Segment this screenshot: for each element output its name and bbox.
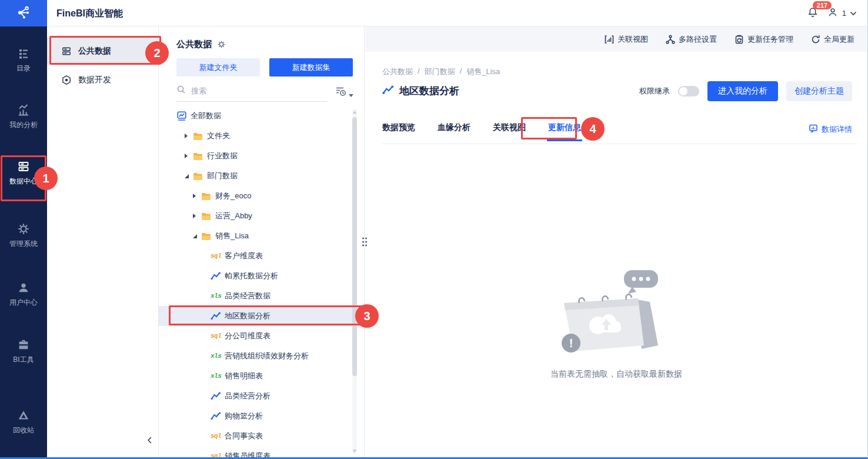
- toolbar-item-label: 关联视图: [617, 34, 648, 45]
- tree-node-folder[interactable]: 行业数据: [159, 146, 364, 166]
- tree-node-chart[interactable]: 帕累托数据分析: [159, 266, 364, 286]
- tree-node-folder[interactable]: 销售_Lisa: [159, 226, 364, 246]
- tab-关联视图[interactable]: 关联视图: [493, 122, 526, 142]
- tree-node-chart[interactable]: 购物篮分析: [159, 406, 364, 426]
- toolbar-item-label: 多路径设置: [679, 34, 717, 45]
- tree-node-root[interactable]: 全部数据: [159, 106, 364, 126]
- toolbar-item-label: 全局更新: [824, 34, 854, 45]
- svg-text:!: !: [569, 337, 573, 350]
- tree-panel-title: 公共数据: [176, 39, 212, 50]
- tree-node-chart[interactable]: 地区数据分析: [159, 306, 364, 326]
- new-dataset-button[interactable]: 新建数据集: [269, 58, 353, 76]
- sidebar-item-user-center[interactable]: 用户中心: [0, 281, 47, 308]
- sidebar-item-my-analysis[interactable]: 我的分析: [0, 104, 47, 130]
- tree-node-label: 销售明细表: [225, 371, 263, 381]
- sidebar-item-bi-tools[interactable]: BI工具: [0, 338, 47, 365]
- finebi-logo[interactable]: [0, 0, 47, 26]
- main-area: 关联视图多路径设置更新任务管理全局更新 公共数据/部门数据/销售_Lisa 地区…: [365, 26, 867, 457]
- tree-node-folder[interactable]: 文件夹: [159, 126, 364, 146]
- tab-数据预览[interactable]: 数据预览: [382, 122, 415, 142]
- sidebar-item-catalog[interactable]: 目录: [0, 47, 47, 74]
- expand-arrow-icon[interactable]: [193, 234, 201, 238]
- tree-node-label: 运营_Abby: [215, 211, 252, 221]
- tree-node-label: 文件夹: [207, 131, 230, 141]
- user-menu[interactable]: 1: [827, 6, 857, 20]
- tree-node-xls[interactable]: xls品类经营数据: [159, 286, 364, 306]
- tab-更新信息[interactable]: 更新信息: [548, 122, 581, 142]
- catalog-icon: [17, 47, 30, 60]
- expand-arrow-icon[interactable]: [193, 194, 201, 198]
- submenu-item-label: 数据开发: [78, 75, 111, 85]
- sidebar-item-label: 我的分析: [9, 121, 38, 129]
- search-filter-button[interactable]: [335, 87, 353, 102]
- tab-血缘分析[interactable]: 血缘分析: [438, 122, 470, 142]
- new-folder-button[interactable]: 新建文件夹: [176, 58, 260, 76]
- sql-table-icon: sql: [211, 433, 225, 440]
- xls-table-icon: xls: [211, 352, 225, 360]
- tree-node-sql[interactable]: sql分公司维度表: [159, 326, 364, 346]
- filter-clock-icon: [335, 87, 347, 99]
- refresh-icon: [811, 35, 820, 44]
- sidebar-item-data-center[interactable]: 数据中心: [0, 160, 47, 187]
- hexgear-icon: [61, 75, 72, 85]
- breadcrumb-item[interactable]: 部门数据: [425, 66, 455, 77]
- folder-icon: [193, 152, 207, 161]
- tree-node-label: 购物篮分析: [225, 411, 263, 421]
- expand-arrow-icon[interactable]: [185, 174, 193, 178]
- expand-arrow-icon[interactable]: [185, 154, 193, 158]
- submenu-item-data-dev[interactable]: 数据开发: [47, 69, 158, 91]
- tree-node-xls[interactable]: xls销售明细表: [159, 366, 364, 386]
- finebi-logo-icon: [15, 4, 32, 23]
- scrollbar-thumb[interactable]: [352, 117, 357, 376]
- analysis-table-icon: [211, 272, 225, 280]
- tree-node-folder[interactable]: 运营_Abby: [159, 206, 364, 226]
- tree-node-label: 部门数据: [207, 171, 238, 181]
- panel-resize-handle[interactable]: [361, 236, 368, 247]
- toolbar-update-task-mgmt-button[interactable]: 更新任务管理: [735, 34, 793, 45]
- breadcrumb-item[interactable]: 销售_Lisa: [466, 66, 500, 77]
- tree-node-sql[interactable]: sql合同事实表: [159, 426, 364, 446]
- gear-icon: [17, 222, 30, 235]
- dataset-chart-icon: [382, 85, 394, 97]
- tree-node-folder[interactable]: 财务_eoco: [159, 186, 364, 206]
- tree-node-chart[interactable]: 品类经营分析: [159, 386, 364, 406]
- sidebar-item-recycle-bin[interactable]: 回收站: [0, 409, 47, 435]
- tree-node-label: 客户维度表: [225, 251, 263, 261]
- scroll-down-arrow[interactable]: [353, 450, 356, 453]
- data-detail-button[interactable]: 数据详情: [809, 124, 852, 135]
- gear-icon[interactable]: [217, 40, 226, 49]
- collapse-panel-icon[interactable]: [143, 434, 155, 446]
- stack-icon: [61, 46, 72, 56]
- toolbar-assoc-view-button[interactable]: 关联视图: [605, 34, 648, 45]
- sidebar-item-admin-system[interactable]: 管理系统: [0, 222, 47, 249]
- create-analysis-subject-button[interactable]: 创建分析主题: [786, 81, 852, 101]
- tree-node-label: 营销线组织绩效财务分析: [225, 351, 309, 361]
- search-input[interactable]: [191, 87, 285, 95]
- sql-table-icon: sql: [211, 332, 225, 340]
- toolbar-global-update-button[interactable]: 全局更新: [811, 34, 854, 45]
- submenu-item-public-data[interactable]: 公共数据: [47, 38, 158, 65]
- user-icon: [17, 281, 30, 294]
- tree-node-label: 行业数据: [207, 151, 238, 161]
- enter-my-analysis-button[interactable]: 进入我的分析: [707, 81, 778, 101]
- tree-node-sql[interactable]: sql客户维度表: [159, 246, 364, 266]
- tree-scrollbar[interactable]: [352, 109, 357, 454]
- breadcrumb-item[interactable]: 公共数据: [382, 66, 413, 77]
- tree-node-xls[interactable]: xls营销线组织绩效财务分析: [159, 346, 364, 366]
- expand-arrow-icon[interactable]: [185, 134, 193, 138]
- expand-arrow-icon[interactable]: [193, 214, 201, 218]
- app-title: FineBI商业智能: [56, 0, 123, 26]
- scroll-up-arrow[interactable]: [353, 111, 356, 114]
- tree-node-sql[interactable]: sql销售员维度表: [159, 446, 364, 459]
- tree-node-folder[interactable]: 部门数据: [159, 166, 364, 186]
- toolbar-multipath-settings-button[interactable]: 多路径设置: [666, 34, 717, 45]
- notifications-button[interactable]: 217: [807, 6, 819, 21]
- empty-state-text: 当前表无需抽取，自动获取最新数据: [549, 369, 684, 380]
- dataset-tree: 全部数据文件夹行业数据部门数据财务_eoco运营_Abby销售_Lisasql客…: [159, 106, 364, 459]
- folder-icon: [201, 212, 215, 221]
- tree-node-label: 分公司维度表: [225, 331, 271, 341]
- permission-toggle[interactable]: [678, 86, 699, 97]
- sidebar-item-label: 管理系统: [9, 240, 38, 248]
- dataset-tree-panel: 公共数据 新建文件夹 新建数据集: [159, 26, 365, 459]
- assoc-icon: [605, 35, 614, 44]
